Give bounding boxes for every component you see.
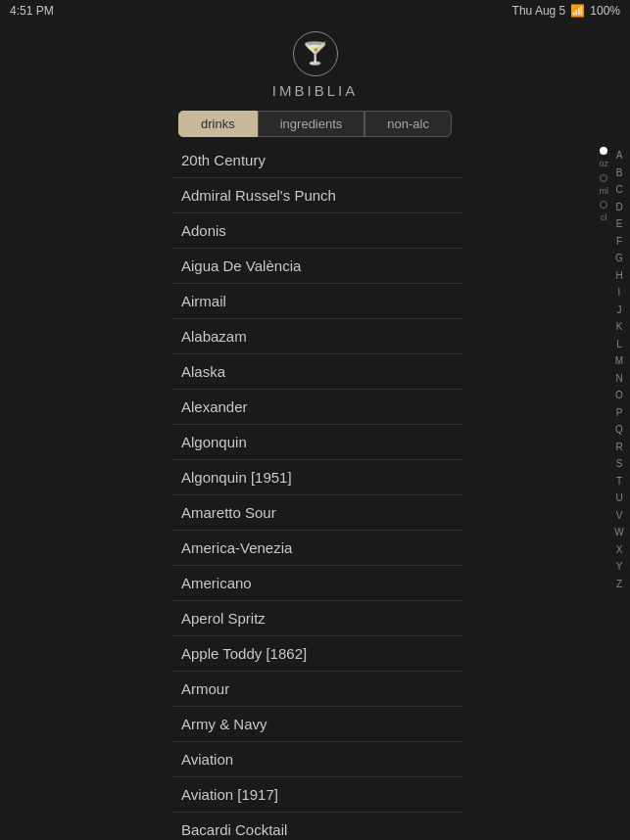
alpha-letter-r[interactable]: R xyxy=(615,439,622,456)
alpha-letter-s[interactable]: S xyxy=(616,455,623,473)
unit-selector: oz ml cl xyxy=(599,143,608,228)
status-right: Thu Aug 5 📶 100% xyxy=(512,4,620,18)
status-date: Thu Aug 5 xyxy=(512,4,566,18)
list-item[interactable]: Americano xyxy=(171,566,463,601)
alpha-letter-j[interactable]: J xyxy=(617,302,622,319)
unit-cl-label[interactable]: cl xyxy=(601,212,607,224)
list-item[interactable]: Algonquin [1951] xyxy=(171,460,463,495)
alpha-letter-x[interactable]: X xyxy=(616,541,623,559)
list-item[interactable]: Aviation xyxy=(171,742,463,777)
list-item[interactable]: 20th Century xyxy=(171,143,463,178)
alpha-letter-f[interactable]: F xyxy=(616,233,622,251)
alpha-letter-i[interactable]: I xyxy=(618,284,621,302)
tab-drinks[interactable]: drinks xyxy=(178,111,258,137)
alphabet-index: ABCDEFGHIJKLMNOPQRSTUVWXYZ xyxy=(608,143,630,840)
tab-ingredients[interactable]: ingredients xyxy=(258,111,365,137)
alpha-letter-l[interactable]: L xyxy=(616,336,622,353)
alpha-letter-g[interactable]: G xyxy=(615,250,623,267)
list-item[interactable]: Army & Navy xyxy=(171,707,463,742)
alpha-letter-t[interactable]: T xyxy=(616,473,622,490)
list-item[interactable]: Armour xyxy=(171,672,463,707)
list-item[interactable]: Aigua De València xyxy=(171,249,463,284)
alpha-letter-d[interactable]: D xyxy=(615,199,622,216)
list-item[interactable]: Adonis xyxy=(171,213,463,249)
list-item[interactable]: Alexander xyxy=(171,390,463,425)
tab-bar: drinks ingredients non-alc xyxy=(167,111,463,137)
list-item[interactable]: Apple Toddy [1862] xyxy=(171,636,463,672)
alpha-letter-u[interactable]: U xyxy=(615,490,622,507)
alpha-letter-w[interactable]: W xyxy=(614,524,623,541)
list-item[interactable]: Alaska xyxy=(171,354,463,390)
alpha-letter-y[interactable]: Y xyxy=(616,558,623,576)
unit-oz-dot[interactable] xyxy=(600,147,607,155)
list-item[interactable]: America-Venezia xyxy=(171,531,463,566)
list-item[interactable]: Aperol Spritz xyxy=(171,601,463,636)
app-title: IMBIBLIA xyxy=(272,82,358,99)
unit-ml-label[interactable]: ml xyxy=(599,186,608,198)
list-item[interactable]: Admiral Russel's Punch xyxy=(171,178,463,213)
status-time: 4:51 PM xyxy=(10,4,54,18)
cocktail-icon: 🍸 xyxy=(302,41,328,67)
alpha-letter-p[interactable]: P xyxy=(616,404,623,422)
list-item[interactable]: Alabazam xyxy=(171,319,463,354)
drink-list[interactable]: 20th CenturyAdmiral Russel's PunchAdonis… xyxy=(0,143,630,840)
alpha-letter-a[interactable]: A xyxy=(616,147,623,164)
list-item[interactable]: Algonquin xyxy=(171,425,463,460)
alpha-letter-z[interactable]: Z xyxy=(616,576,622,593)
wifi-icon: 📶 xyxy=(570,4,585,18)
main-area: 20th CenturyAdmiral Russel's PunchAdonis… xyxy=(0,143,630,840)
logo-circle: 🍸 xyxy=(293,31,338,76)
alpha-letter-h[interactable]: H xyxy=(615,267,622,285)
list-item[interactable]: Amaretto Sour xyxy=(171,495,463,531)
tab-non-alc[interactable]: non-alc xyxy=(364,111,452,137)
alpha-letter-q[interactable]: Q xyxy=(615,421,623,439)
alpha-letter-m[interactable]: M xyxy=(615,352,623,370)
alpha-letter-o[interactable]: O xyxy=(615,387,623,404)
unit-cl-dot[interactable] xyxy=(600,201,607,209)
alpha-letter-b[interactable]: B xyxy=(616,164,623,182)
alpha-letter-c[interactable]: C xyxy=(615,181,622,199)
list-item[interactable]: Aviation [1917] xyxy=(171,777,463,813)
app-header: 🍸 IMBIBLIA xyxy=(0,22,630,111)
list-item[interactable]: Airmail xyxy=(171,284,463,319)
alpha-letter-e[interactable]: E xyxy=(616,215,623,233)
unit-oz-label[interactable]: oz xyxy=(599,159,608,170)
list-item[interactable]: Bacardi Cocktail xyxy=(171,813,463,840)
battery-label: 100% xyxy=(590,4,620,18)
status-bar: 4:51 PM Thu Aug 5 📶 100% xyxy=(0,0,630,22)
alpha-letter-n[interactable]: N xyxy=(615,370,622,388)
alpha-letter-v[interactable]: V xyxy=(616,507,623,525)
unit-ml-dot[interactable] xyxy=(600,174,607,182)
alpha-letter-k[interactable]: K xyxy=(616,318,623,336)
